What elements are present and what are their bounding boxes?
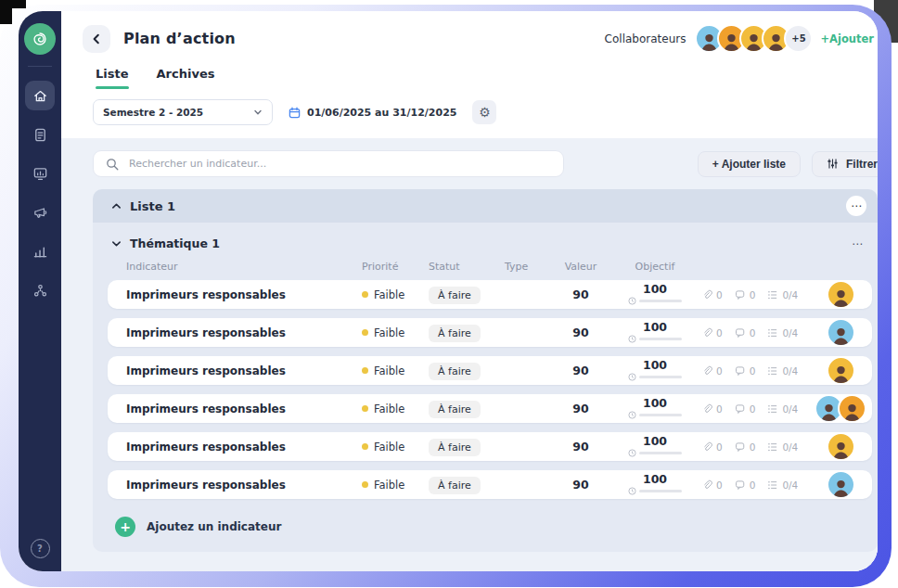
comments[interactable]: 0: [735, 403, 756, 415]
search-input[interactable]: [127, 157, 551, 171]
person-silhouette-icon: [830, 324, 852, 345]
value-cell: 90: [553, 402, 609, 415]
status-cell[interactable]: À faire: [429, 361, 505, 380]
checklist-icon: [767, 327, 778, 339]
objective-value: 100: [643, 322, 667, 334]
status-cell[interactable]: À faire: [429, 323, 505, 342]
filter-button[interactable]: Filtrer: [812, 151, 878, 177]
attachments[interactable]: 0: [701, 403, 723, 415]
chevron-up-icon[interactable]: [111, 201, 122, 211]
attachments[interactable]: 0: [701, 327, 723, 339]
add-indicator-button[interactable]: + Ajoutez un indicateur: [93, 508, 878, 539]
status-cell[interactable]: À faire: [429, 475, 505, 494]
person-silhouette-icon: [818, 400, 840, 421]
table-row[interactable]: Imprimeurs responsables Faible À faire 9…: [108, 470, 872, 499]
avatar: [827, 470, 855, 499]
table-row[interactable]: Imprimeurs responsables Faible À faire 9…: [108, 318, 872, 347]
search-icon: [106, 158, 119, 171]
attachments[interactable]: 0: [701, 289, 723, 300]
comments[interactable]: 0: [735, 365, 756, 377]
table-row[interactable]: Imprimeurs responsables Faible À faire 9…: [108, 280, 872, 309]
back-button[interactable]: [83, 25, 110, 53]
gear-icon: ⚙: [479, 105, 491, 120]
theme-header[interactable]: Thématique 1 ⋯: [93, 234, 878, 261]
person-silhouette-icon: [830, 438, 852, 459]
attachments[interactable]: 0: [701, 479, 723, 491]
sidebar-item-statistics[interactable]: [25, 236, 55, 266]
objective-progress: [628, 335, 682, 343]
checklist-icon: [767, 479, 778, 491]
add-list-button[interactable]: + Ajouter liste: [698, 151, 801, 177]
comment-icon: [735, 403, 746, 415]
checklist[interactable]: 0/4: [767, 403, 798, 415]
period-select[interactable]: Semestre 2 - 2025: [93, 99, 273, 125]
row-avatars: [809, 470, 872, 499]
objective-cell: 100: [609, 360, 701, 382]
attachments[interactable]: 0: [701, 441, 723, 453]
comments[interactable]: 0: [735, 479, 756, 491]
objective-value: 100: [643, 436, 667, 448]
tab-liste[interactable]: Liste: [96, 67, 129, 89]
add-collaborator-button[interactable]: +Ajouter: [820, 32, 874, 45]
attachments[interactable]: 0: [701, 365, 723, 377]
sidebar-item-home[interactable]: [25, 81, 55, 110]
collaborators-extra-count[interactable]: +5: [784, 24, 813, 53]
checklist[interactable]: 0/4: [767, 327, 798, 339]
main-panel: Plan d’action Collaborateurs +5 +Ajouter: [61, 11, 878, 571]
help-button[interactable]: ?: [31, 539, 50, 558]
clock-icon: [628, 487, 636, 495]
checklist[interactable]: 0/4: [767, 289, 798, 300]
date-range-field[interactable]: 01/06/2025 au 31/12/2025: [289, 107, 456, 119]
table-row[interactable]: Imprimeurs responsables Faible À faire 9…: [108, 394, 872, 423]
checklist[interactable]: 0/4: [767, 441, 798, 453]
checklist[interactable]: 0/4: [767, 365, 798, 377]
status-cell[interactable]: À faire: [429, 285, 505, 304]
priority-dot-icon: [362, 291, 368, 298]
sidebar-item-documents[interactable]: [25, 120, 55, 149]
indicator-name: Imprimeurs responsables: [108, 364, 362, 377]
table-row[interactable]: Imprimeurs responsables Faible À faire 9…: [108, 356, 872, 385]
status-cell[interactable]: À faire: [429, 437, 505, 456]
status-badge[interactable]: À faire: [429, 439, 481, 456]
settings-button[interactable]: ⚙: [472, 100, 496, 124]
tab-archives[interactable]: Archives: [157, 67, 215, 89]
comments-count: 0: [750, 327, 756, 339]
comments[interactable]: 0: [735, 441, 756, 453]
sidebar-item-network[interactable]: [25, 275, 55, 305]
checklist-count: 0/4: [782, 365, 798, 377]
clock-icon: [628, 335, 636, 343]
app-logo[interactable]: [24, 23, 56, 55]
theme-menu-button[interactable]: ⋯: [852, 238, 863, 249]
comments[interactable]: 0: [735, 289, 756, 300]
clock-icon: [628, 449, 636, 457]
checklist[interactable]: 0/4: [767, 479, 798, 491]
objective-value: 100: [643, 398, 667, 410]
column-priority: Priorité: [362, 261, 429, 273]
table-row[interactable]: Imprimeurs responsables Faible À faire 9…: [108, 432, 872, 461]
content-area: + Ajouter liste Filtrer: [61, 138, 878, 571]
chevron-left-icon: [91, 33, 102, 45]
period-select-value: Semestre 2 - 2025: [103, 107, 203, 118]
row-avatars: [809, 356, 872, 385]
status-badge[interactable]: À faire: [429, 287, 481, 304]
spiral-logo-icon: [30, 29, 50, 49]
list-menu-button[interactable]: ⋯: [846, 196, 866, 216]
comment-icon: [735, 327, 746, 339]
meta-cell: 0 0 0/4: [701, 441, 809, 453]
column-objective: Objectif: [609, 261, 701, 273]
attachments-count: 0: [716, 441, 723, 453]
status-badge[interactable]: À faire: [429, 477, 481, 494]
sidebar-item-dashboard[interactable]: [25, 159, 55, 188]
search-box[interactable]: [93, 150, 564, 177]
corner-mark: [0, 0, 12, 24]
status-badge[interactable]: À faire: [429, 325, 481, 342]
status-badge[interactable]: À faire: [429, 401, 481, 418]
chevron-down-icon[interactable]: [111, 238, 122, 249]
comments[interactable]: 0: [735, 327, 756, 339]
app-window: ? Plan d’action Collaborateurs: [19, 11, 878, 571]
sidebar-item-announcements[interactable]: [25, 198, 55, 227]
status-cell[interactable]: À faire: [429, 399, 505, 418]
status-badge[interactable]: À faire: [429, 363, 481, 380]
list-header[interactable]: Liste 1 ⋯: [93, 189, 878, 223]
clock-icon: [628, 297, 636, 305]
